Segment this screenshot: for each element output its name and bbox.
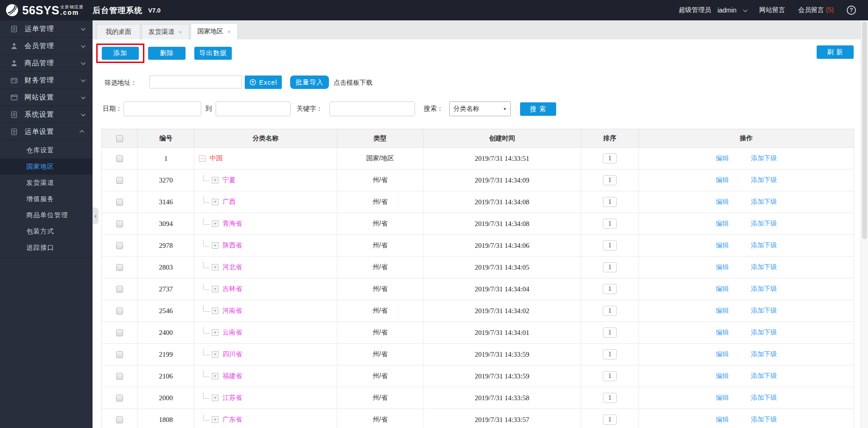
add-child-link[interactable]: 添加下级	[751, 198, 777, 205]
add-child-link[interactable]: 添加下级	[751, 263, 777, 271]
edit-link[interactable]: 编辑	[716, 394, 729, 401]
add-child-link[interactable]: 添加下级	[751, 220, 777, 227]
sidebar-item-member-management[interactable]: 会员管理	[0, 38, 93, 55]
tab-shipping-channel[interactable]: 发货渠道	[142, 24, 189, 39]
row-sort-input[interactable]: 1	[603, 393, 617, 403]
region-name-link[interactable]: 河北省	[223, 263, 242, 271]
row-checkbox[interactable]	[116, 329, 123, 336]
add-child-link[interactable]: 添加下级	[751, 285, 777, 292]
add-child-link[interactable]: 添加下级	[751, 415, 777, 423]
tree-expand-icon[interactable]	[212, 373, 218, 379]
row-checkbox[interactable]	[116, 220, 123, 227]
add-child-link[interactable]: 添加下级	[751, 350, 777, 358]
keyword-input[interactable]	[329, 101, 415, 116]
tab-country-region[interactable]: 国家地区	[191, 23, 238, 39]
sidebar-item-finance-management[interactable]: 财务管理	[0, 72, 93, 89]
region-name-link[interactable]: 四川省	[223, 350, 242, 359]
help-icon[interactable]	[847, 6, 856, 15]
sidebar-item-website-settings[interactable]: 网站设置	[0, 89, 93, 106]
row-sort-input[interactable]: 1	[603, 371, 617, 381]
region-name-link[interactable]: 江苏省	[223, 394, 242, 402]
edit-link[interactable]: 编辑	[716, 154, 729, 162]
add-child-link[interactable]: 添加下级	[751, 328, 777, 336]
tree-expand-icon[interactable]	[212, 308, 218, 314]
add-child-link[interactable]: 添加下级	[751, 372, 777, 379]
add-child-link[interactable]: 添加下级	[751, 154, 777, 162]
select-all-checkbox[interactable]	[116, 135, 123, 142]
delete-button[interactable]: 删除	[148, 47, 186, 60]
sidebar-item-waybill-management[interactable]: 运单管理	[0, 20, 93, 38]
filter-address-input[interactable]	[149, 76, 242, 88]
sidebar-subitem-country-region[interactable]: 国家地区	[0, 158, 93, 175]
sidebar-subitem-packing-method[interactable]: 包装方式	[0, 223, 93, 239]
edit-link[interactable]: 编辑	[716, 328, 729, 336]
row-sort-input[interactable]: 1	[603, 153, 617, 164]
tree-expand-icon[interactable]	[212, 242, 218, 249]
row-sort-input[interactable]: 1	[603, 219, 617, 229]
tree-expand-icon[interactable]	[212, 220, 218, 227]
row-checkbox[interactable]	[116, 199, 123, 206]
scrollbar-track[interactable]	[861, 20, 868, 428]
row-sort-input[interactable]: 1	[603, 327, 617, 338]
sidebar-subitem-shipping-channel[interactable]: 发货渠道	[0, 175, 93, 191]
row-sort-input[interactable]: 1	[603, 284, 617, 294]
region-name-link[interactable]: 河南省	[223, 307, 242, 315]
edit-link[interactable]: 编辑	[716, 350, 729, 358]
tab-my-desktop[interactable]: 我的桌面	[97, 24, 140, 39]
edit-link[interactable]: 编辑	[716, 372, 729, 379]
member-messages-link[interactable]: 会员留言(5)	[798, 6, 834, 14]
edit-link[interactable]: 编辑	[716, 263, 729, 271]
export-data-button[interactable]: 导出数据	[194, 47, 232, 60]
row-checkbox[interactable]	[116, 395, 123, 402]
add-button[interactable]: 添加	[102, 47, 139, 60]
excel-export-button[interactable]: Excel	[245, 76, 282, 89]
search-button[interactable]: 搜 索	[520, 102, 556, 116]
date-from-input[interactable]	[124, 101, 201, 116]
sidebar-subitem-value-added-service[interactable]: 增值服务	[0, 191, 93, 207]
batch-import-button[interactable]: 批量导入	[290, 76, 329, 89]
row-checkbox[interactable]	[116, 416, 123, 423]
region-name-link[interactable]: 陕西省	[223, 241, 242, 250]
edit-link[interactable]: 编辑	[716, 285, 729, 292]
tree-expand-icon[interactable]	[212, 351, 218, 358]
sidebar-subitem-warehouse-settings[interactable]: 仓库设置	[0, 142, 93, 158]
row-checkbox[interactable]	[116, 286, 123, 293]
add-child-link[interactable]: 添加下级	[751, 307, 777, 314]
edit-link[interactable]: 编辑	[716, 220, 729, 227]
tree-expand-icon[interactable]	[199, 155, 205, 162]
row-checkbox[interactable]	[116, 177, 123, 184]
edit-link[interactable]: 编辑	[716, 176, 729, 183]
row-checkbox[interactable]	[116, 242, 123, 249]
add-child-link[interactable]: 添加下级	[751, 394, 777, 401]
region-name-link[interactable]: 广东省	[223, 415, 242, 424]
region-name-link[interactable]: 云南省	[223, 328, 242, 337]
row-sort-input[interactable]: 1	[603, 197, 617, 207]
row-sort-input[interactable]: 1	[603, 306, 617, 316]
edit-link[interactable]: 编辑	[716, 198, 729, 205]
edit-link[interactable]: 编辑	[716, 241, 729, 249]
row-checkbox[interactable]	[116, 155, 123, 162]
tree-expand-icon[interactable]	[212, 416, 218, 423]
add-child-link[interactable]: 添加下级	[751, 176, 777, 183]
search-type-select[interactable]: 分类名称	[449, 101, 511, 116]
row-sort-input[interactable]: 1	[603, 349, 617, 359]
row-sort-input[interactable]: 1	[603, 415, 617, 425]
region-name-link[interactable]: 中国	[210, 154, 223, 163]
tree-expand-icon[interactable]	[212, 199, 218, 205]
row-sort-input[interactable]: 1	[603, 175, 617, 185]
tree-expand-icon[interactable]	[212, 177, 218, 183]
scrollbar-thumb[interactable]	[862, 21, 867, 239]
tree-expand-icon[interactable]	[212, 395, 218, 401]
sidebar-subitem-tracking-interface[interactable]: 追踪接口	[0, 239, 93, 256]
edit-link[interactable]: 编辑	[716, 307, 729, 314]
row-sort-input[interactable]: 1	[603, 262, 617, 272]
region-name-link[interactable]: 宁夏	[223, 176, 236, 184]
template-download-link[interactable]: 点击模板下载	[334, 79, 372, 87]
region-name-link[interactable]: 吉林省	[223, 285, 242, 293]
date-to-input[interactable]	[216, 101, 291, 116]
edit-link[interactable]: 编辑	[716, 415, 729, 423]
row-checkbox[interactable]	[116, 308, 123, 315]
region-name-link[interactable]: 广西	[223, 198, 236, 206]
sidebar-item-product-management[interactable]: 商品管理	[0, 55, 93, 72]
region-name-link[interactable]: 福建省	[223, 372, 242, 380]
